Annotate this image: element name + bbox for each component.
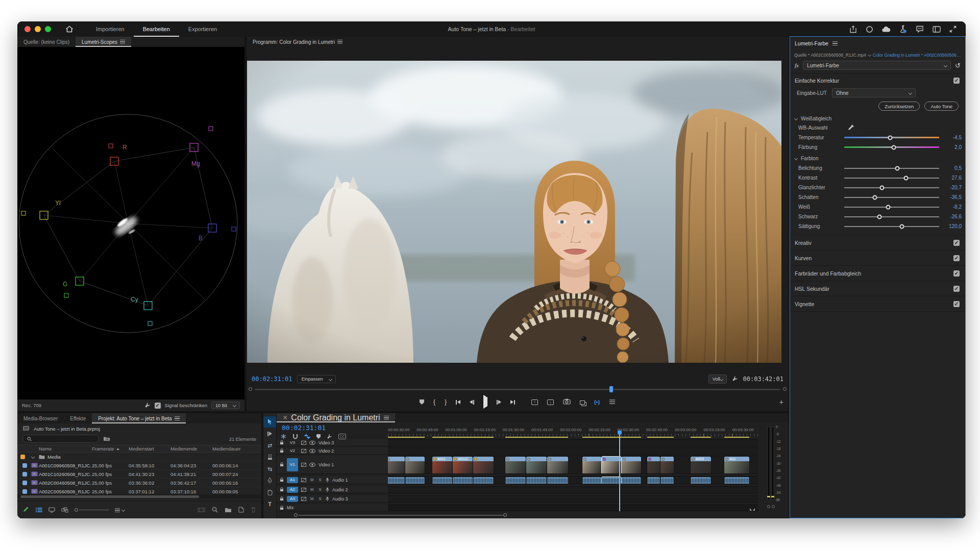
trash-icon[interactable] — [251, 506, 256, 515]
panel-menu-icon[interactable] — [120, 40, 125, 44]
slider-value[interactable]: -8,2 — [944, 204, 962, 210]
lumetri-section-kurven[interactable]: Kurven✓ — [790, 250, 965, 265]
video-frame[interactable] — [247, 61, 781, 363]
track-a3-content[interactable] — [388, 495, 758, 503]
track-a1-content[interactable] — [388, 476, 758, 484]
cell-mediendauer[interactable]: 00:00:06:16 — [212, 480, 250, 486]
captions-badge[interactable]: CC — [338, 434, 346, 439]
cell-medienende[interactable]: 04:41:38:21 — [170, 471, 212, 477]
cell-framerate[interactable]: 25,00 fps — [92, 463, 129, 468]
bin-name[interactable]: Media — [39, 454, 92, 460]
linked-selection-icon[interactable] — [304, 434, 310, 439]
cell-medienstart[interactable]: 03:37:01:12 — [129, 489, 170, 494]
lock-icon[interactable] — [280, 487, 284, 492]
mute-button[interactable]: M — [309, 487, 314, 492]
selection-tool[interactable] — [263, 416, 276, 428]
timeline-audio-clip[interactable] — [388, 477, 405, 484]
track-v3-content[interactable] — [388, 439, 758, 446]
new-item-icon[interactable] — [238, 506, 244, 515]
workspace-layout-icon[interactable] — [933, 26, 941, 33]
cell-mediendauer[interactable]: 00:00:09:05 — [212, 489, 250, 494]
column-mediendauer[interactable]: Mediendauer — [212, 446, 250, 452]
cell-name[interactable]: A002C00560508_R1JC — [39, 489, 92, 494]
slider-handle[interactable] — [888, 135, 893, 140]
timeline-audio-clip[interactable] — [602, 477, 621, 484]
freeform-view-button[interactable] — [61, 506, 68, 515]
eyedropper-icon[interactable] — [848, 123, 854, 133]
column-medienstart[interactable]: Medienstart — [129, 446, 170, 452]
slider-track[interactable] — [844, 168, 939, 169]
section-checkbox[interactable]: ✓ — [953, 255, 960, 261]
search-box[interactable] — [22, 435, 99, 443]
go-to-in-button[interactable] — [456, 400, 460, 405]
lock-icon[interactable] — [280, 496, 284, 501]
timeline-clip[interactable] — [388, 457, 405, 474]
bit-depth-dropdown[interactable]: 10 Bit — [211, 402, 240, 409]
panel-menu-icon[interactable] — [832, 41, 838, 45]
share-icon[interactable] — [849, 26, 857, 33]
slip-tool[interactable]: ⇆ — [263, 463, 276, 474]
tab-lumetri-scopes[interactable]: Lumetri-Scopes — [76, 37, 131, 47]
slider-track[interactable] — [844, 197, 939, 198]
audio-meter[interactable]: 0-6-12-18-24-30-36-42-48-54dB — [767, 425, 789, 516]
timeline-clip[interactable] — [405, 457, 425, 474]
input-lut-dropdown[interactable]: Ohne — [832, 88, 916, 97]
mark-out-button[interactable]: } — [445, 398, 447, 406]
mic-icon[interactable] — [326, 478, 329, 483]
reset-button[interactable]: Zurücksetzen — [878, 102, 920, 111]
track-header-v1[interactable]: V1Video 1 — [277, 456, 388, 474]
menu-tab-bearbeiten[interactable]: Bearbeiten — [134, 21, 179, 37]
minimize-window-button[interactable] — [35, 26, 41, 32]
timeline-clip[interactable]: A003 — [691, 457, 711, 474]
extract-button[interactable]: ↓ — [547, 399, 554, 405]
tab-program-monitor[interactable]: Programm: Color Grading in Lumetri — [247, 37, 349, 47]
cell-mediendauer[interactable]: 00:00:06:14 — [212, 463, 250, 468]
lumetri-section-farbr-der-und-farbabgleich[interactable]: Farbräder und Farbabgleich✓ — [790, 265, 965, 281]
cell-medienende[interactable]: 04:36:04:23 — [170, 463, 212, 468]
label-swatch[interactable] — [20, 455, 25, 459]
export-frame-button[interactable] — [563, 397, 571, 407]
sync-lock-icon[interactable] — [301, 497, 306, 501]
eye-icon[interactable] — [309, 441, 315, 445]
lumetri-panel-title[interactable]: Lumetri-Farbe — [795, 40, 828, 46]
menu-tab-exportieren[interactable]: Exportieren — [179, 21, 226, 37]
track-target-V2[interactable]: V2 — [287, 448, 298, 454]
timeline-clip[interactable]: A011C — [453, 457, 473, 474]
cell-medienstart[interactable]: 03:36:36:02 — [129, 480, 170, 486]
icon-view-button[interactable] — [48, 506, 55, 515]
lock-icon[interactable] — [280, 478, 284, 482]
program-settings-wrench-icon[interactable] — [732, 374, 738, 384]
zoom-handle-left[interactable] — [294, 513, 298, 517]
lock-icon[interactable] — [280, 448, 284, 453]
play-button[interactable] — [483, 397, 487, 407]
menu-tab-importieren[interactable]: Importieren — [87, 21, 134, 37]
collapse-mix-icon[interactable] — [750, 506, 755, 511]
cell-medienende[interactable]: 03:36:42:17 — [170, 480, 212, 486]
track-v2-content[interactable] — [388, 447, 758, 455]
mix-track-header[interactable]: Mix — [277, 505, 388, 511]
track-header-a2[interactable]: A2MSAudio 2 — [277, 486, 388, 493]
section-checkbox[interactable]: ✓ — [953, 270, 960, 277]
track-header-v3[interactable]: V3Video 3 — [277, 439, 388, 446]
timeline-audio-clip[interactable] — [691, 477, 711, 484]
column-framerate[interactable]: Framerate — [92, 446, 129, 452]
slider-handle[interactable] — [880, 185, 885, 190]
slider-handle[interactable] — [886, 205, 891, 209]
section-checkbox[interactable]: ✓ — [953, 286, 960, 292]
list-view-button[interactable] — [35, 506, 42, 515]
slider-track[interactable] — [844, 178, 939, 179]
solo-button[interactable]: S — [317, 496, 323, 501]
timeline-audio-clip[interactable] — [432, 477, 452, 484]
find-icon[interactable] — [212, 506, 218, 515]
scope-settings-wrench-icon[interactable] — [144, 401, 151, 410]
lumetri-source-clip[interactable]: Quelle * A002C00560508_R1JC.mp4 — [794, 53, 866, 58]
record-circle-icon[interactable] — [866, 26, 873, 33]
nest-toggle-icon[interactable] — [281, 434, 286, 439]
close-window-button[interactable] — [24, 26, 31, 32]
sync-lock-icon[interactable] — [301, 478, 306, 482]
slider-handle[interactable] — [872, 195, 877, 199]
slider-value[interactable]: -26,6 — [944, 214, 962, 219]
search-input[interactable] — [34, 436, 90, 441]
sort-menu[interactable] — [115, 508, 125, 512]
slider-handle[interactable] — [900, 224, 904, 229]
